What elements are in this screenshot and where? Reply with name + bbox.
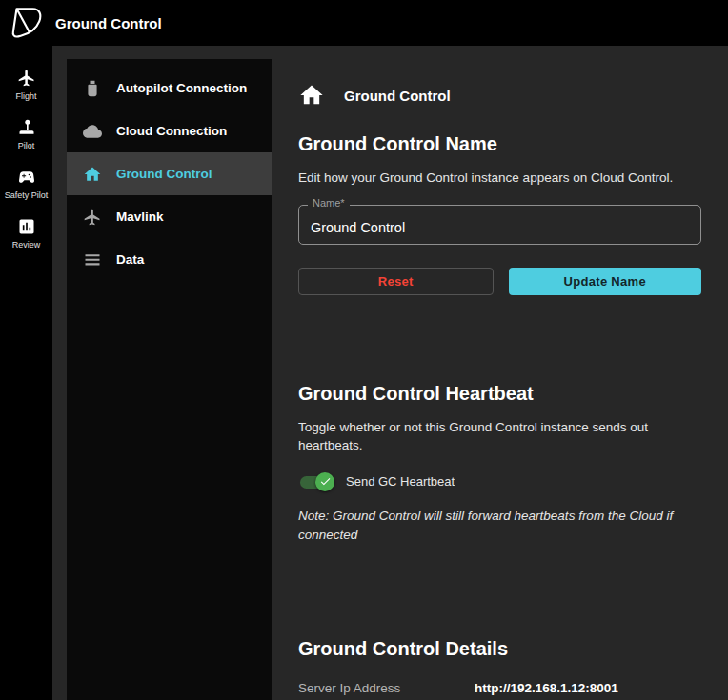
check-icon bbox=[319, 475, 332, 488]
airplane-icon bbox=[83, 208, 102, 227]
mode-rail: Flight Pilot Safety Pilot Review bbox=[0, 46, 52, 700]
rail-item-label: Flight bbox=[15, 91, 36, 101]
details-section: Ground Control Details Server Ip Address… bbox=[298, 638, 701, 695]
nav-item-label: Cloud Connection bbox=[116, 124, 227, 138]
details-section-title: Ground Control Details bbox=[298, 638, 701, 660]
nav-item-label: Data bbox=[116, 252, 144, 267]
name-section-title: Ground Control Name bbox=[298, 133, 701, 155]
gamepad-icon bbox=[17, 168, 36, 187]
rail-item-label: Pilot bbox=[18, 141, 35, 150]
app-title: Ground Control bbox=[55, 15, 162, 31]
rail-item-flight[interactable]: Flight bbox=[0, 61, 52, 110]
settings-content: Ground Control Ground Control Name Edit … bbox=[272, 46, 728, 700]
details-row-value: http://192.168.1.12:8001 bbox=[475, 681, 618, 695]
home-icon bbox=[298, 82, 325, 109]
name-field: Name* bbox=[298, 205, 701, 245]
nav-item-label: Autopilot Connection bbox=[116, 81, 247, 95]
app-logo-icon bbox=[8, 5, 44, 41]
name-section: Ground Control Name Edit how your Ground… bbox=[298, 133, 701, 295]
top-bar: Ground Control bbox=[0, 0, 728, 46]
reset-button[interactable]: Reset bbox=[298, 268, 494, 295]
rail-item-safety-pilot[interactable]: Safety Pilot bbox=[0, 160, 52, 210]
nav-item-autopilot-connection[interactable]: Autopilot Connection bbox=[67, 67, 272, 110]
update-name-button[interactable]: Update Name bbox=[509, 268, 702, 295]
nav-item-data[interactable]: Data bbox=[67, 238, 272, 281]
rail-item-pilot[interactable]: Pilot bbox=[0, 110, 52, 160]
heartbeat-section: Ground Control Heartbeat Toggle whether … bbox=[298, 383, 701, 546]
rail-item-label: Safety Pilot bbox=[5, 190, 49, 200]
home-icon bbox=[83, 165, 102, 184]
heartbeat-toggle-label: Send GC Heartbeat bbox=[346, 474, 455, 489]
name-input[interactable] bbox=[298, 205, 701, 245]
airplane-icon bbox=[17, 69, 36, 88]
nav-item-label: Ground Control bbox=[116, 167, 212, 181]
joystick-icon bbox=[17, 118, 36, 137]
heartbeat-note: Note: Ground Control will still forward … bbox=[298, 507, 701, 546]
heartbeat-toggle-row: Send GC Heartbeat bbox=[298, 472, 701, 491]
usb-drive-icon bbox=[83, 79, 102, 98]
details-row: Server Ip Address http://192.168.1.12:80… bbox=[298, 681, 701, 695]
heartbeat-section-description: Toggle whether or not this Ground Contro… bbox=[298, 418, 701, 455]
list-icon bbox=[83, 250, 102, 270]
page-header: Ground Control bbox=[298, 82, 701, 109]
details-row-label: Server Ip Address bbox=[298, 681, 475, 695]
nav-item-cloud-connection[interactable]: Cloud Connection bbox=[67, 110, 272, 152]
name-section-description: Edit how your Ground Control instance ap… bbox=[298, 169, 701, 188]
page-title: Ground Control bbox=[344, 88, 451, 104]
rail-item-label: Review bbox=[12, 240, 41, 250]
chart-icon bbox=[17, 217, 36, 236]
nav-item-label: Mavlink bbox=[116, 210, 164, 224]
main-layout: Flight Pilot Safety Pilot Review Autopil… bbox=[0, 46, 728, 700]
toggle-thumb bbox=[315, 472, 334, 491]
name-actions: Reset Update Name bbox=[298, 268, 701, 295]
heartbeat-section-title: Ground Control Heartbeat bbox=[298, 383, 701, 405]
nav-item-ground-control[interactable]: Ground Control bbox=[67, 152, 272, 195]
heartbeat-toggle[interactable] bbox=[298, 472, 334, 491]
name-field-label: Name* bbox=[308, 197, 350, 209]
nav-item-mavlink[interactable]: Mavlink bbox=[67, 195, 272, 238]
settings-nav: Autopilot Connection Cloud Connection Gr… bbox=[67, 59, 272, 700]
rail-item-review[interactable]: Review bbox=[0, 210, 52, 259]
cloud-icon bbox=[83, 122, 102, 141]
